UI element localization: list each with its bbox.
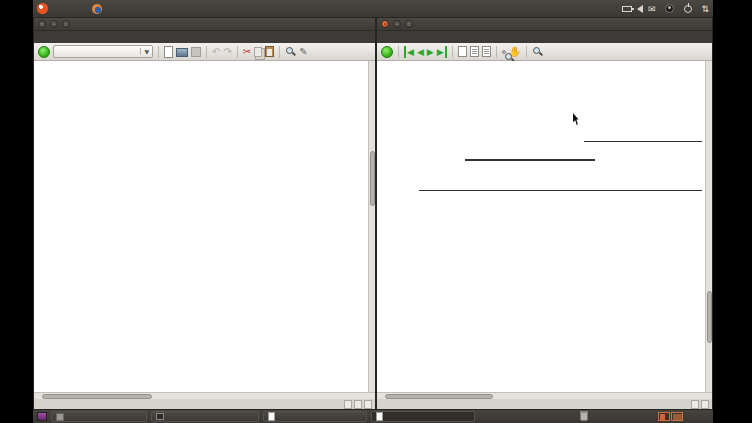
actual-size-icon[interactable] <box>458 46 467 57</box>
find-icon[interactable] <box>285 46 296 57</box>
ubuntu-logo-icon[interactable] <box>37 3 48 14</box>
editor-vscroll-thumb[interactable] <box>370 151 375 206</box>
pdf-hscrollbar[interactable] <box>377 392 712 399</box>
previous-page-icon[interactable]: ◀ <box>417 46 424 58</box>
editor-toolbar: ▼ ↶ ↷ ✂ ✎ <box>34 43 375 61</box>
replace-icon[interactable]: ✎ <box>299 46 307 58</box>
last-page-icon[interactable]: ▶ <box>437 46 447 58</box>
editor-pane[interactable] <box>34 61 375 394</box>
user-avatar-icon[interactable] <box>665 4 674 13</box>
fit-width-icon[interactable] <box>470 46 479 57</box>
taskbar-item-texworks-tex[interactable] <box>263 411 367 422</box>
chevron-down-icon: ▼ <box>140 48 152 55</box>
pdf-statusbar <box>377 399 712 409</box>
mail-icon[interactable]: ✉ <box>648 4 656 14</box>
open-file-icon[interactable] <box>176 48 188 57</box>
editor-menubar <box>34 31 375 43</box>
magnifier-tool-button[interactable] <box>502 50 506 54</box>
taskbar-item-update-manager[interactable] <box>51 411 147 422</box>
trash-icon[interactable] <box>580 412 588 421</box>
first-page-icon[interactable]: ◀ <box>404 46 414 58</box>
editor-hscrollbar[interactable] <box>34 392 375 399</box>
page-indicator <box>701 400 709 409</box>
zoom-level[interactable] <box>691 400 699 409</box>
taskbar-item-terminal[interactable] <box>151 411 259 422</box>
next-page-icon[interactable]: ▶ <box>427 46 434 58</box>
close-icon[interactable]: ✕ <box>38 20 46 28</box>
firefox-icon[interactable] <box>92 4 102 14</box>
save-icon[interactable] <box>191 47 201 57</box>
typeset-button[interactable] <box>38 46 50 58</box>
pdf-rule <box>419 190 702 191</box>
power-icon[interactable] <box>684 5 692 13</box>
minimize-icon[interactable]: − <box>393 20 401 28</box>
line-ending-badge[interactable] <box>344 400 352 409</box>
terminal-icon <box>156 413 164 420</box>
pdf-rule <box>584 141 702 142</box>
pdf-paragraph <box>419 199 709 244</box>
typeset-button[interactable] <box>381 46 393 58</box>
maximize-icon[interactable]: ▫ <box>62 20 70 28</box>
cut-icon[interactable]: ✂ <box>243 46 251 58</box>
redo-icon[interactable]: ↷ <box>223 46 231 58</box>
editor-vscrollbar[interactable] <box>368 61 375 394</box>
pdf-page[interactable] <box>377 61 712 394</box>
top-panel: ✉ ⇅ <box>33 0 713 17</box>
pdf-menubar <box>377 31 712 43</box>
workspace-switcher <box>658 412 683 421</box>
update-manager-icon <box>56 413 64 421</box>
editor-statusbar <box>34 399 375 409</box>
taskbar-item-texworks-pdf[interactable] <box>371 411 475 422</box>
fit-window-icon[interactable] <box>482 46 491 57</box>
cursor-position <box>364 400 372 409</box>
document-icon <box>376 412 383 421</box>
undo-icon[interactable]: ↶ <box>212 46 220 58</box>
copy-icon[interactable] <box>254 47 262 57</box>
workspace-1[interactable] <box>658 412 670 421</box>
pdf-rule <box>465 159 595 161</box>
encoding-badge[interactable] <box>354 400 362 409</box>
paste-icon[interactable] <box>265 46 274 57</box>
document-icon <box>268 412 275 421</box>
find-icon[interactable] <box>532 46 543 57</box>
volume-icon[interactable] <box>637 5 643 13</box>
minimize-icon[interactable]: − <box>50 20 58 28</box>
battery-icon[interactable] <box>622 6 632 12</box>
editor-titlebar[interactable]: ✕ − ▫ <box>34 18 375 31</box>
desktop-screen: ✉ ⇅ ✕ − ▫ ▼ <box>33 0 713 423</box>
pdf-titlebar[interactable]: ✕ − ▫ <box>377 18 712 31</box>
close-icon[interactable]: ✕ <box>381 20 389 28</box>
maximize-icon[interactable]: ▫ <box>405 20 413 28</box>
editor-window: ✕ − ▫ ▼ ↶ ↷ <box>33 17 376 410</box>
pdf-toolbar: ◀ ◀ ▶ ▶ ✋ <box>377 43 712 61</box>
taskbar <box>33 410 713 423</box>
pdf-vscrollbar[interactable] <box>705 61 712 394</box>
network-updown-icon[interactable]: ⇅ <box>701 4 709 14</box>
panel-indicators: ✉ ⇅ <box>622 4 713 14</box>
pdf-vscroll-thumb[interactable] <box>707 291 712 343</box>
pdf-window: ✕ − ▫ ◀ ◀ ▶ ▶ ✋ <box>376 17 713 410</box>
mouse-cursor <box>573 113 581 125</box>
new-document-icon[interactable] <box>164 46 173 58</box>
show-desktop-icon[interactable] <box>37 412 47 421</box>
workspace-2[interactable] <box>671 412 683 421</box>
engine-select[interactable]: ▼ <box>53 45 153 58</box>
